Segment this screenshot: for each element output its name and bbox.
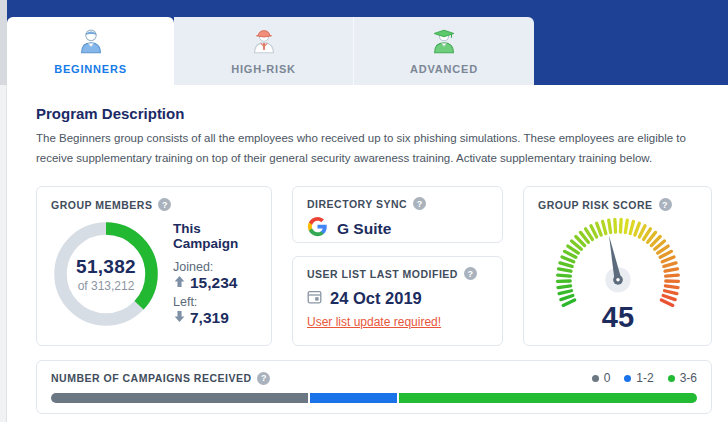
legend-item-1-2: 1-2 (624, 371, 653, 385)
donut-center-labels: 51,382 of 313,212 (51, 219, 161, 329)
left-label: Left: (173, 295, 257, 309)
user-list-title: USER LIST LAST MODIFIED (307, 267, 488, 280)
campaign-stats-title: This Campaign (173, 221, 257, 251)
google-logo-icon (307, 216, 328, 241)
tab-beginners-label: BEGINNERS (54, 63, 127, 75)
program-description: The Beginners group consists of all the … (36, 129, 712, 168)
tab-advanced[interactable]: ADVANCED (354, 17, 534, 85)
legend-label: 0 (604, 371, 611, 385)
member-total: of 313,212 (78, 279, 135, 293)
campaigns-title: NUMBER OF CAMPAIGNS RECEIVED (51, 372, 270, 385)
group-members-card: GROUP MEMBERS 51,382 of 313,212 This Cam… (36, 186, 272, 346)
group-members-title-text: GROUP MEMBERS (51, 199, 152, 211)
legend-item-0: 0 (592, 371, 611, 385)
page-title: Program Description (36, 105, 184, 122)
tab-bar: BEGINNERS HIGH-RISK ADVANCED (7, 17, 534, 85)
campaigns-title-text: NUMBER OF CAMPAIGNS RECEIVED (51, 372, 251, 384)
legend-dot-icon (592, 375, 599, 382)
calendar-icon (307, 289, 322, 308)
arrow-up-icon (173, 274, 186, 292)
legend-dot-icon (668, 375, 675, 382)
main-panel: Program Description The Beginners group … (7, 85, 728, 422)
user-list-title-text: USER LIST LAST MODIFIED (307, 268, 458, 280)
campaigns-bar-segment-0 (51, 393, 308, 403)
help-icon[interactable] (659, 198, 672, 211)
beginner-person-icon (76, 27, 106, 58)
risk-score-title: GROUP RISK SCORE (538, 198, 697, 211)
joined-value: 15,234 (190, 274, 237, 292)
tab-beginners[interactable]: BEGINNERS (7, 17, 174, 85)
campaigns-legend: 01-23-6 (592, 371, 697, 385)
middle-card-column: DIRECTORY SYNC G Suite (292, 186, 503, 346)
directory-sync-provider: G Suite (337, 220, 391, 238)
help-icon[interactable] (464, 267, 477, 280)
arrow-down-icon (173, 309, 186, 327)
group-members-body: 51,382 of 313,212 This Campaign Joined: … (51, 219, 257, 329)
directory-sync-title: DIRECTORY SYNC (307, 197, 488, 210)
legend-label: 1-2 (636, 371, 653, 385)
left-value: 7,319 (190, 309, 229, 327)
last-modified-date-row: 24 Oct 2019 (307, 289, 488, 308)
graduate-person-icon (429, 27, 459, 58)
campaigns-received-card: NUMBER OF CAMPAIGNS RECEIVED 01-23-6 (36, 360, 712, 414)
directory-sync-title-text: DIRECTORY SYNC (307, 198, 407, 210)
risk-score-value: 45 (538, 301, 698, 334)
legend-label: 3-6 (680, 371, 697, 385)
help-icon[interactable] (158, 198, 171, 211)
page-background-strip (0, 85, 7, 422)
legend-item-3-6: 3-6 (668, 371, 697, 385)
directory-sync-card: DIRECTORY SYNC G Suite (292, 186, 503, 243)
campaigns-header-row: NUMBER OF CAMPAIGNS RECEIVED 01-23-6 (51, 371, 697, 385)
tab-advanced-label: ADVANCED (410, 63, 478, 75)
user-list-card: USER LIST LAST MODIFIED 24 Oct 2019 User… (292, 256, 503, 346)
member-count: 51,382 (76, 256, 136, 278)
legend-dot-icon (624, 375, 631, 382)
joined-label: Joined: (173, 260, 257, 274)
tab-high-risk[interactable]: HIGH-RISK (174, 17, 354, 85)
help-icon[interactable] (257, 372, 270, 385)
campaigns-bar-segment-1-2 (310, 393, 397, 403)
high-risk-person-icon (249, 27, 279, 58)
risk-score-title-text: GROUP RISK SCORE (538, 199, 653, 211)
campaigns-stacked-bar (51, 393, 697, 403)
risk-gauge-chart: 45 (538, 215, 698, 331)
left-value-row: 7,319 (173, 309, 257, 327)
group-members-title: GROUP MEMBERS (51, 198, 257, 211)
page-background-strip (0, 0, 7, 85)
user-list-update-link[interactable]: User list update required! (307, 315, 441, 329)
risk-score-card: GROUP RISK SCORE 45 (523, 186, 712, 346)
help-icon[interactable] (413, 197, 426, 210)
campaign-stats: This Campaign Joined: 15,234 Left: 7,319 (173, 221, 257, 327)
members-donut-chart: 51,382 of 313,212 (51, 219, 161, 329)
stats-card-row: GROUP MEMBERS 51,382 of 313,212 This Cam… (36, 186, 712, 346)
last-modified-date: 24 Oct 2019 (330, 289, 422, 308)
tab-high-risk-label: HIGH-RISK (231, 63, 296, 75)
directory-sync-provider-row: G Suite (307, 216, 488, 241)
joined-value-row: 15,234 (173, 274, 257, 292)
campaigns-bar-segment-3-6 (399, 393, 697, 403)
